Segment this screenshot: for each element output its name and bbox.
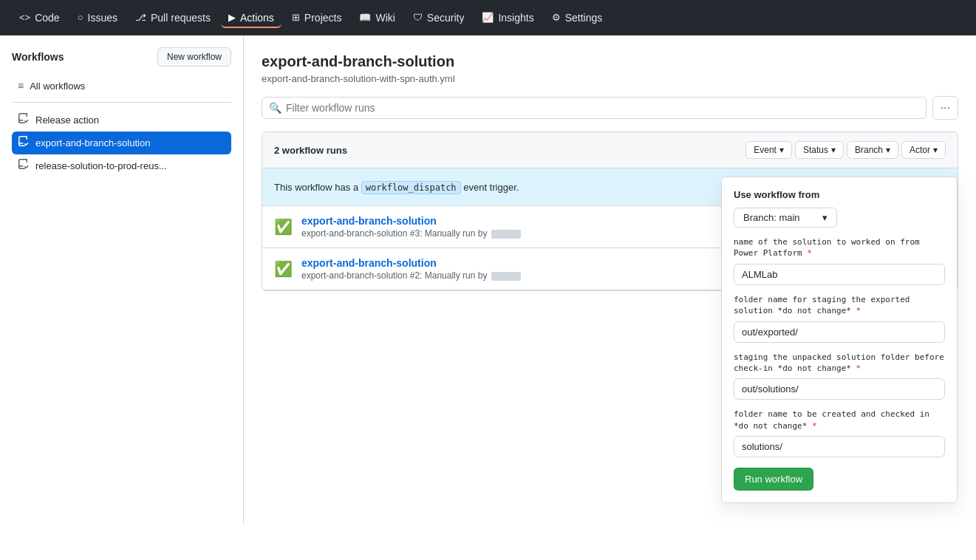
field-label-0: name of the solution to worked on fromPo… [734, 236, 945, 259]
nav-wiki[interactable]: 📖 Wiki [352, 7, 402, 28]
sidebar-item-release-prod-label: release-solution-to-prod-reus... [35, 160, 167, 171]
branch-select-label: Branch: main [743, 212, 800, 223]
sidebar-item-export-label: export-and-branch-solution [35, 137, 150, 148]
export-branch-icon [18, 136, 30, 150]
nav-settings-label: Settings [565, 12, 603, 24]
sidebar-item-all-workflows-label: All workflows [30, 81, 85, 92]
security-icon: 🛡 [413, 12, 423, 23]
workflow-subtitle: export-and-branch-solution-with-spn-auth… [262, 73, 958, 84]
nav-issues-label: Issues [88, 12, 117, 24]
status-filter-button[interactable]: Status ▾ [795, 141, 844, 159]
wiki-icon: 📖 [359, 12, 371, 23]
event-filter-label: Event [754, 145, 777, 155]
run-1-meta-text: export-and-branch-solution #3: Manually … [301, 228, 487, 239]
new-workflow-button[interactable]: New workflow [157, 47, 231, 66]
projects-icon: ⊞ [292, 12, 300, 23]
sidebar-item-release-action[interactable]: Release action [12, 109, 231, 132]
workflow-title: export-and-branch-solution [262, 53, 958, 70]
filter-input[interactable] [262, 97, 926, 119]
runs-container: 2 workflow runs Event ▾ Status ▾ Branch … [262, 132, 958, 291]
sidebar: Workflows New workflow ≡ All workflows R… [0, 35, 244, 525]
actor-chevron-icon: ▾ [933, 145, 938, 155]
nav-wiki-label: Wiki [375, 12, 395, 24]
dispatch-text: This workflow has a workflow_dispatch ev… [274, 182, 519, 193]
solutions-folder-input[interactable] [734, 436, 945, 457]
sidebar-item-release-action-label: Release action [35, 115, 99, 126]
nav-pull-requests[interactable]: ⎇ Pull requests [128, 7, 218, 28]
run-2-avatar [491, 272, 521, 281]
sidebar-title: Workflows [12, 51, 64, 63]
field-required-2: * [856, 363, 861, 373]
nav-insights-label: Insights [498, 12, 533, 24]
solution-name-input[interactable] [734, 264, 945, 285]
nav-issues[interactable]: ○ Issues [70, 7, 125, 28]
branch-select-button[interactable]: Branch: main ▾ [734, 208, 837, 228]
filter-bar: 🔍 ··· [262, 96, 958, 120]
code-icon: <> [19, 12, 30, 23]
popup-title: Use workflow from [734, 189, 945, 200]
field-label-1: folder name for staging the exportedsolu… [734, 294, 945, 317]
sidebar-header: Workflows New workflow [12, 47, 231, 66]
insights-icon: 📈 [482, 12, 494, 23]
search-icon: 🔍 [269, 102, 281, 114]
main-content: export-and-branch-solution export-and-br… [244, 35, 976, 525]
actor-filter-button[interactable]: Actor ▾ [901, 141, 946, 159]
top-nav: <> Code ○ Issues ⎇ Pull requests ▶ Actio… [0, 0, 976, 35]
pr-icon: ⎇ [135, 12, 146, 23]
nav-items: <> Code ○ Issues ⎇ Pull requests ▶ Actio… [12, 7, 610, 28]
release-action-icon [18, 113, 30, 127]
nav-settings[interactable]: ⚙ Settings [545, 7, 610, 28]
nav-pr-label: Pull requests [151, 12, 211, 24]
field-required-0: * [807, 248, 812, 258]
nav-security-label: Security [427, 12, 465, 24]
unpacked-folder-input[interactable] [734, 378, 945, 400]
actor-filter-label: Actor [910, 145, 930, 155]
nav-security[interactable]: 🛡 Security [406, 7, 472, 28]
nav-code-label: Code [35, 12, 59, 24]
sidebar-item-export-and-branch[interactable]: export-and-branch-solution [12, 132, 231, 154]
issues-icon: ○ [78, 12, 83, 23]
actions-icon: ▶ [228, 12, 236, 23]
run-workflow-popup: Use workflow from Branch: main ▾ name of… [721, 177, 958, 503]
branch-filter-label: Branch [855, 145, 883, 155]
release-prod-icon [18, 159, 30, 173]
sidebar-divider [12, 102, 231, 103]
run-2-status-icon: ✅ [274, 260, 293, 278]
more-options-button[interactable]: ··· [932, 96, 958, 120]
runs-header: 2 workflow runs Event ▾ Status ▾ Branch … [262, 132, 958, 168]
all-workflows-icon: ≡ [18, 80, 24, 92]
field-required-1: * [856, 306, 861, 315]
field-required-3: * [812, 421, 817, 431]
branch-select-chevron-icon: ▾ [822, 212, 827, 223]
branch-filter-button[interactable]: Branch ▾ [847, 141, 898, 159]
run-workflow-submit-button[interactable]: Run workflow [734, 468, 813, 491]
event-chevron-icon: ▾ [779, 145, 784, 155]
sidebar-item-all-workflows[interactable]: ≡ All workflows [12, 75, 231, 96]
sidebar-item-release-prod[interactable]: release-solution-to-prod-reus... [12, 154, 231, 177]
nav-code[interactable]: <> Code [12, 7, 67, 28]
runs-count: 2 workflow runs [274, 145, 347, 156]
nav-actions-label: Actions [240, 12, 274, 24]
nav-insights[interactable]: 📈 Insights [474, 7, 541, 28]
nav-actions[interactable]: ▶ Actions [221, 7, 281, 28]
layout: Workflows New workflow ≡ All workflows R… [0, 35, 976, 525]
nav-projects-label: Projects [304, 12, 342, 24]
filter-input-wrap: 🔍 [262, 97, 926, 119]
status-chevron-icon: ▾ [831, 145, 836, 155]
run-2-meta-text: export-and-branch-solution #2: Manually … [301, 270, 487, 281]
run-1-avatar [491, 230, 521, 239]
dispatch-code: workflow_dispatch [361, 181, 461, 194]
staging-folder-input[interactable] [734, 321, 945, 343]
field-label-2: staging the unpacked solution folder bef… [734, 352, 945, 375]
runs-filters: Event ▾ Status ▾ Branch ▾ Actor ▾ [745, 141, 946, 159]
branch-chevron-icon: ▾ [886, 145, 890, 155]
field-label-3: folder name to be created and checked in… [734, 409, 945, 431]
run-1-status-icon: ✅ [274, 218, 293, 236]
nav-projects[interactable]: ⊞ Projects [284, 7, 349, 28]
settings-icon: ⚙ [552, 12, 561, 23]
status-filter-label: Status [803, 145, 828, 155]
event-filter-button[interactable]: Event ▾ [745, 141, 792, 159]
